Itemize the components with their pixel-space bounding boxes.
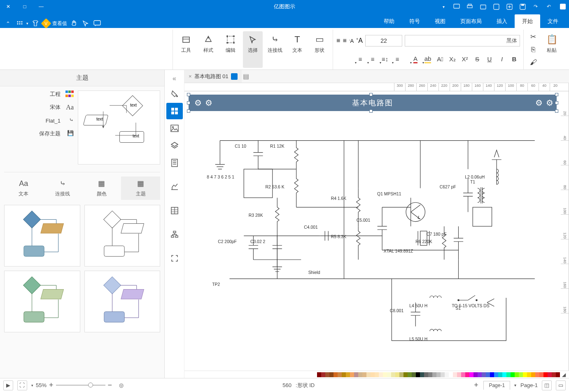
color-swatch[interactable] [515,372,519,377]
tab-layout[interactable]: 页面布局 [453,14,489,28]
color-swatch[interactable] [424,372,428,377]
valign-button[interactable]: ≡ [367,53,378,65]
color-swatch[interactable] [317,372,321,377]
color-swatch[interactable] [399,372,403,377]
color-swatch[interactable] [511,372,515,377]
color-swatch[interactable] [416,372,420,377]
cursor2-icon[interactable] [81,19,90,28]
tab-file[interactable]: 文件 [540,14,566,28]
subtab-text[interactable]: Aa文本 [4,176,43,200]
tab-start[interactable]: 开始 [515,14,540,28]
color-swatch[interactable] [371,372,375,377]
color-swatch[interactable] [449,372,453,377]
color-swatch[interactable] [486,372,490,377]
present-icon[interactable]: ▶ [3,380,13,390]
color-swatch[interactable] [453,372,457,377]
rail-fill-icon[interactable] [166,86,183,102]
close-tab-icon[interactable]: × [189,73,192,79]
underline-button[interactable]: U [484,53,495,65]
prop-save[interactable]: 💾保存主题 [4,130,74,137]
bold-button[interactable]: B [508,53,520,65]
rail-image-icon[interactable] [166,120,183,137]
format-painter-button[interactable]: 🖌 [527,57,539,68]
shrink-font-button[interactable]: A- [349,38,354,44]
color-swatch[interactable] [350,372,354,377]
document-tab[interactable]: 基本电路图 01 × [184,70,242,83]
color-swatch[interactable] [375,372,379,377]
circuit-diagram[interactable]: C1 10 R1 12K 1 5 2 6 3 7 4 8 R2 63.6 K [201,128,544,362]
color-swatch[interactable] [387,372,391,377]
color-swatch[interactable] [523,372,527,377]
color-swatch[interactable] [436,372,441,377]
page-label[interactable]: Page-1 [520,382,538,388]
collapse-panel-icon[interactable]: » [166,72,183,85]
superscript-button[interactable]: X² [459,53,471,65]
color-swatch[interactable] [519,372,523,377]
fullscreen-icon[interactable]: ⛶ [17,380,27,390]
color-swatch[interactable] [441,372,445,377]
case-button[interactable]: Aͤ [434,53,446,65]
color-swatch[interactable] [465,372,469,377]
prop-connector[interactable]: ⤷Flat_1 [4,117,74,124]
maximize-button[interactable]: □ [16,0,33,13]
color-swatch[interactable] [552,372,556,377]
rail-layers-icon[interactable] [166,137,183,154]
color-swatch[interactable] [408,372,412,377]
screen-icon[interactable] [452,2,461,11]
close-button[interactable]: ✕ [0,0,16,13]
connector-button[interactable]: ⤷连接线 [265,31,285,68]
tab-symbols[interactable]: 符号 [402,14,427,28]
color-swatch[interactable] [494,372,498,377]
paste-button[interactable]: 📋 粘贴 [542,31,562,68]
eyedropper-icon[interactable]: ◢ [560,372,567,378]
layout-split-icon[interactable]: ◫ [542,380,552,390]
vip-badge-icon[interactable]: V [41,18,51,28]
color-swatch[interactable] [543,372,548,377]
italic-button[interactable]: I [496,53,508,65]
prop-scheme[interactable]: 工程 [4,90,74,98]
collapse-ribbon-icon[interactable]: ⌃ [3,19,12,28]
subtab-connector[interactable]: ⤷连接线 [43,176,82,200]
align-h2-button[interactable]: ≡ [336,37,340,44]
subtab-color[interactable]: ▦颜色 [82,176,121,200]
minimize-button[interactable]: — [33,0,49,13]
bullets-button[interactable]: ≡ [392,53,403,65]
rail-table-icon[interactable] [166,202,183,219]
apps-icon[interactable] [15,19,24,28]
caret-icon[interactable]: ▾ [26,21,28,26]
copy-button[interactable]: ⎘ [527,44,539,55]
color-swatch[interactable] [420,372,424,377]
color-swatch[interactable] [333,372,338,377]
rail-grid-icon[interactable] [166,103,183,119]
comment-icon[interactable] [93,19,102,28]
rail-outline-icon[interactable] [166,155,183,171]
color-swatch[interactable] [329,372,333,377]
hand-icon[interactable] [70,19,79,28]
color-swatch[interactable] [362,372,366,377]
color-swatch[interactable] [539,372,543,377]
color-swatch[interactable] [527,372,531,377]
fit-page-icon[interactable]: ◎ [116,380,126,390]
select-button[interactable]: 选择 [243,31,263,68]
add-page-button[interactable]: + [471,380,481,390]
undo-icon[interactable]: ↶ [544,2,553,11]
export-icon[interactable] [492,2,501,11]
color-swatch[interactable] [490,372,494,377]
rail-fit-icon[interactable] [166,250,183,267]
tab-insert[interactable]: 插入 [489,14,515,28]
tab-list-icon[interactable]: ▤ [242,72,251,80]
font-size-input[interactable] [365,35,402,46]
strike-button[interactable]: S [471,53,483,65]
cut-button[interactable]: ✂ [527,31,539,42]
canvas-title-banner[interactable]: ⚙ ⚙ 基本电路图 ⚙ ⚙ [189,95,557,111]
redo-icon[interactable]: ↷ [531,2,540,11]
zoom-caret-icon[interactable]: ▾ [31,383,33,387]
color-swatch[interactable] [498,372,502,377]
color-swatch[interactable] [366,372,371,377]
shirt-icon[interactable] [31,19,40,28]
subscript-button[interactable]: X₂ [447,53,458,65]
color-swatch[interactable] [391,372,395,377]
halign-button[interactable]: ≡ [354,53,366,65]
color-swatch[interactable] [325,372,329,377]
zoom-value[interactable]: 55% [36,382,47,388]
